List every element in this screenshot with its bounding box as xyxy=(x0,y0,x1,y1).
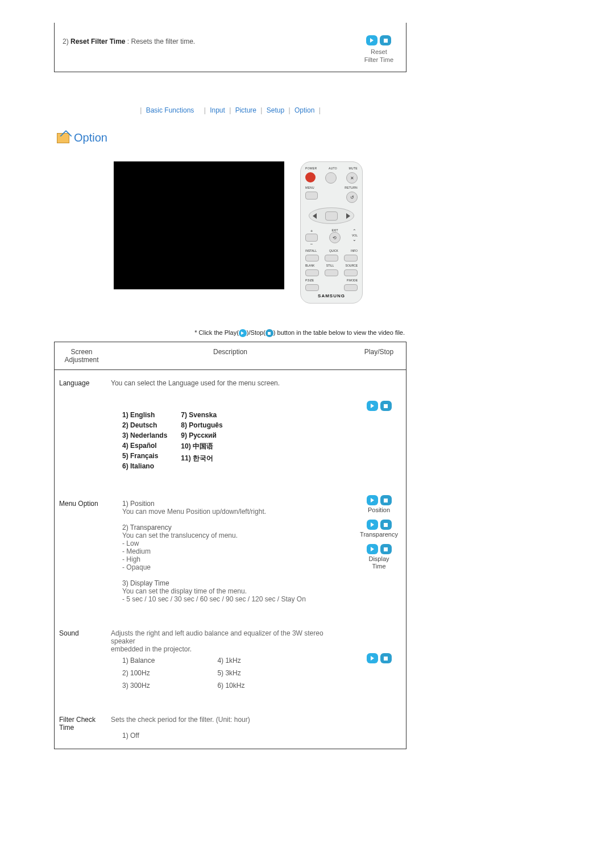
nav-input[interactable]: Input xyxy=(210,106,225,114)
play-icon[interactable] xyxy=(367,520,378,530)
caption-display-time: DisplayTime xyxy=(368,555,389,570)
play-icon[interactable] xyxy=(366,35,377,45)
section-nav: | Basic Functions | Input | Picture | Se… xyxy=(0,106,460,114)
menuoption-position-title: 1) Position xyxy=(111,500,347,508)
remote-menu-button xyxy=(305,192,318,200)
play-icon[interactable] xyxy=(367,401,378,411)
row-language-desc: You can select the Language used for the… xyxy=(109,373,352,393)
stop-icon[interactable] xyxy=(380,495,392,505)
list-item: - Opaque xyxy=(111,563,347,571)
menuoption-position-desc: You can move Menu Position up/down/left/… xyxy=(111,508,347,516)
list-item: - High xyxy=(111,555,347,563)
hint-line: * Click the Play()/Stop() button in the … xyxy=(0,329,405,337)
remote-mute-button: ✕ xyxy=(346,172,358,184)
play-icon[interactable] xyxy=(367,495,378,505)
nav-option[interactable]: Option xyxy=(294,106,314,114)
option-title: Option xyxy=(74,131,107,144)
caption-position: Position xyxy=(368,506,390,514)
option-folder-icon xyxy=(57,133,69,143)
sound-list: 1) Balance 2) 100Hz 3) 300Hz 4) 1kHz 5) … xyxy=(111,657,347,690)
reset-filter-line: 2) Reset Filter Time : Resets the filter… xyxy=(63,38,195,45)
menuoption-displaytime-desc: You can set the display time of the menu… xyxy=(111,587,347,595)
sound-play-stop[interactable] xyxy=(367,653,392,663)
menuoption-displaytime-title: 3) Display Time xyxy=(111,579,347,587)
remote-exit-button: ⟲ xyxy=(329,232,341,243)
col-screen-adjustment: ScreenAdjustment xyxy=(55,342,109,369)
list-item: - Low xyxy=(111,539,347,547)
sound-desc: Adjusts the right and left audio balance… xyxy=(111,629,347,645)
language-list: 1) English 2) Deutsch 3) Nederlands 4) E… xyxy=(111,405,347,474)
col-play-stop: Play/Stop xyxy=(352,342,406,369)
remote-dpad xyxy=(309,207,354,224)
remote-brand: SAMSUNG xyxy=(318,293,345,298)
play-icon[interactable] xyxy=(367,544,378,554)
menuoption-transparency-desc: You can set the translucency of menu. xyxy=(111,531,347,539)
top-box: 2) Reset Filter Time : Resets the filter… xyxy=(54,23,406,72)
language-play-stop[interactable] xyxy=(367,401,392,411)
stop-icon[interactable] xyxy=(380,544,392,554)
reset-filter-caption: Reset Filter Time xyxy=(364,48,393,64)
list-item: - Medium xyxy=(111,547,347,555)
row-filter-label: Filter CheckTime xyxy=(55,710,109,745)
nav-setup[interactable]: Setup xyxy=(267,106,284,114)
row-language-label: Language xyxy=(55,373,109,393)
menuoption-displaytime-items: - 5 sec / 10 sec / 30 sec / 60 sec / 90 … xyxy=(111,595,347,603)
caption-transparency: Transparency xyxy=(360,531,398,538)
nav-picture[interactable]: Picture xyxy=(235,106,256,114)
stop-icon[interactable] xyxy=(380,401,392,411)
preview-screen xyxy=(114,161,284,289)
list-item: 1) Off xyxy=(111,732,347,740)
option-table: ScreenAdjustment Description Play/Stop L… xyxy=(54,342,406,749)
play-icon[interactable] xyxy=(367,653,378,663)
stop-icon xyxy=(265,329,273,337)
menuoption-position-play-stop[interactable] xyxy=(367,495,392,505)
stop-icon[interactable] xyxy=(380,35,391,45)
filter-desc: Sets the check period for the filter. (U… xyxy=(111,716,347,724)
top-play-stop[interactable] xyxy=(366,35,391,45)
remote-zoom-button xyxy=(305,234,318,242)
menuoption-transparency-title: 2) Transparency xyxy=(111,524,347,531)
remote-auto-button xyxy=(325,172,337,184)
remote-return-button: ↺ xyxy=(346,192,358,203)
nav-basic-functions[interactable]: Basic Functions xyxy=(146,106,194,114)
stop-icon[interactable] xyxy=(380,653,392,663)
play-icon xyxy=(239,329,247,337)
remote-power-button xyxy=(305,172,316,182)
row-menuoption-label: Menu Option xyxy=(55,494,109,609)
remote-control: POWERAUTOMUTE ✕ MENURETURN ↺ xyxy=(300,161,363,304)
col-description: Description xyxy=(109,342,352,369)
menuoption-transparency-play-stop[interactable] xyxy=(367,520,392,530)
menuoption-displaytime-play-stop[interactable] xyxy=(367,544,392,554)
row-sound-label: Sound xyxy=(55,624,109,695)
sound-desc: embedded in the projector. xyxy=(111,645,347,653)
stop-icon[interactable] xyxy=(380,520,392,530)
